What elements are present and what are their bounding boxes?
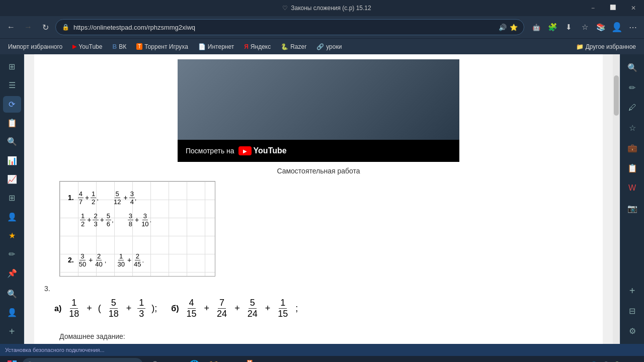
plus-op1: + [85,194,89,202]
forward-button[interactable]: → [21,20,35,34]
period2: . [142,256,144,264]
sidebar-pin-icon[interactable]: 📌 [3,265,21,282]
taskbar-search-app[interactable]: 🔍 [147,357,165,362]
copilot-button[interactable]: 🤖 [529,20,543,34]
sidebar-list-icon[interactable]: ☰ [3,77,21,94]
plus-large3: + [204,303,210,314]
frac-2-3: 2 3 [93,212,98,228]
right-panel-settings-icon[interactable]: ⚙ [623,322,641,340]
taskbar-explorer-app[interactable]: 📁 [204,357,222,362]
bookmark-vk-label: ВК [119,43,126,50]
taskbar-task-view[interactable]: ⊞ [166,357,184,362]
downloads-button[interactable]: ⬇ [561,20,576,34]
bookmark-other[interactable]: 📁 Другое избранное [572,42,640,51]
sidebar-user-icon[interactable]: 👤 [3,209,21,225]
frac-2-45: 2 45 [133,252,142,268]
bookmark-yandex[interactable]: Я Яндекс [240,42,275,51]
sidebar-edit-icon[interactable]: ✏ [3,246,21,262]
extensions-button[interactable]: 🧩 [545,20,559,34]
taskbar-search-box[interactable]: 🔍 Введите здесь текст для поиска [22,358,143,362]
right-panel-annotate-icon[interactable]: 🖊 [623,99,641,117]
minimize-button[interactable]: − [588,4,598,13]
right-panel-draw-icon[interactable]: ✏ [623,78,641,97]
sidebar-bar-chart-icon[interactable]: 📈 [3,171,21,188]
right-panel-layout-icon[interactable]: ⊟ [623,302,641,320]
right-panel-office-icon[interactable]: W [623,179,641,197]
semicolon-end: ; [295,303,298,314]
start-button[interactable] [4,357,20,362]
sidebar-doc-icon[interactable]: 📋 [3,115,21,131]
plus-op2: + [123,194,127,202]
collections-button[interactable]: 📚 [594,20,608,34]
taskbar-store-app[interactable]: 🏪 [243,357,261,362]
bookmark-torrent[interactable]: T Торрент Игруха [132,42,192,51]
homework-title: Домашнее задание: [59,332,578,340]
right-panel-briefcase-icon[interactable]: 💼 [623,139,641,157]
period1: . [150,216,152,224]
bookmark-youtube-label: YouTube [78,43,102,50]
sidebar-search2-icon[interactable]: 🔍 [3,286,21,302]
close-button[interactable]: ✕ [628,4,639,13]
bookmark-torrent-label: Торрент Игруха [144,43,188,50]
sidebar-star-icon[interactable]: ★ [3,227,21,244]
heart-icon: ♡ [282,5,288,12]
profile-button[interactable]: 👤 [610,20,624,34]
frac-2-3-num: 2 [93,212,98,220]
video-bottom-bar[interactable]: Посмотреть на YouTube [178,140,459,162]
bookmark-youtube[interactable]: ▶ YouTube [68,42,106,51]
frac-5-6-num: 5 [106,212,111,220]
right-panel-add-icon[interactable]: + [623,282,641,300]
frac-3-10-den: 10 [140,220,149,228]
frac-5-12-den: 12 [113,198,122,206]
comma4: , [105,256,107,264]
frac-3-8-num: 3 [128,212,133,220]
uroki-icon: 🔗 [316,43,324,50]
bookmark-uroki[interactable]: 🔗 уроки [312,42,346,51]
back-button[interactable]: ← [4,20,18,34]
browser-toolbar: ← → ↻ 🔒 https://onlinetestpad.com/rphzsm… [0,16,644,38]
page-content[interactable]: Посмотреть на YouTube Самостоятельная ра… [34,54,603,344]
menu-button[interactable]: ⋯ [626,20,640,34]
frac-3-8-den: 8 [128,220,133,228]
status-bar: Установка безопасного подключения... [0,344,644,356]
problem1-row1: 1. 4 7 + 1 2 , 5 [68,187,207,209]
address-bar[interactable]: 🔒 https://onlinetestpad.com/rphzsmmg2xiw… [55,19,524,35]
right-panel-camera-icon[interactable]: 📷 [623,199,641,217]
frac-4-15-num: 4 [188,298,196,309]
problem3-label: 3. [44,285,593,293]
sidebar-user2-icon[interactable]: 👤 [3,304,21,321]
read-aloud-icon[interactable]: 🔊 [499,24,507,31]
frac-2-3-den: 3 [93,220,98,228]
right-panel-star-icon[interactable]: ☆ [623,119,641,137]
scrollbar-thumb[interactable] [614,75,619,116]
open-paren: ( [98,303,101,314]
plus-op4: + [100,216,104,224]
sidebar-chart-icon[interactable]: 📊 [3,152,21,169]
video-thumbnail [178,59,459,140]
sidebar-active-icon[interactable]: ⟳ [3,96,21,113]
bookmark-import[interactable]: Импорт избранного [4,42,66,51]
grid-table: 1. 4 7 + 1 2 , 5 [59,181,215,277]
taskbar-edge-app[interactable]: 🌐 [185,357,203,362]
taskbar: 🔍 Введите здесь текст для поиска 🔍 ⊞ 🌐 📁… [0,356,644,362]
favorites-icon[interactable]: ⭐ [510,24,518,31]
maximize-button[interactable]: ⬜ [607,4,619,13]
right-panel-copy-icon[interactable]: 📋 [623,159,641,177]
sidebar-add-icon[interactable]: + [3,323,21,340]
frac-3-50-den: 50 [78,260,87,268]
taskbar-mail-app[interactable]: ✉ [223,357,242,362]
watch-text: Посмотреть на [186,147,234,155]
bookmark-internet[interactable]: 📄 Интернет [194,42,238,51]
bookmark-razer[interactable]: 🐍 Razer [277,42,310,51]
right-scrollbar[interactable] [613,54,620,344]
sidebar-grid-icon[interactable]: ⊞ [3,190,21,206]
sidebar-home-icon[interactable]: ⊞ [3,58,21,75]
frac-1-15-den: 15 [276,309,289,319]
favorites-star-button[interactable]: ☆ [578,20,592,34]
bookmark-vk[interactable]: В ВК [108,42,130,51]
frac-1-2b-num: 1 [80,212,86,220]
refresh-button[interactable]: ↻ [38,20,52,34]
sidebar-search-icon[interactable]: 🔍 [3,133,21,150]
frac-4-7-den: 7 [78,198,84,206]
right-panel-search-icon[interactable]: 🔍 [623,58,641,76]
